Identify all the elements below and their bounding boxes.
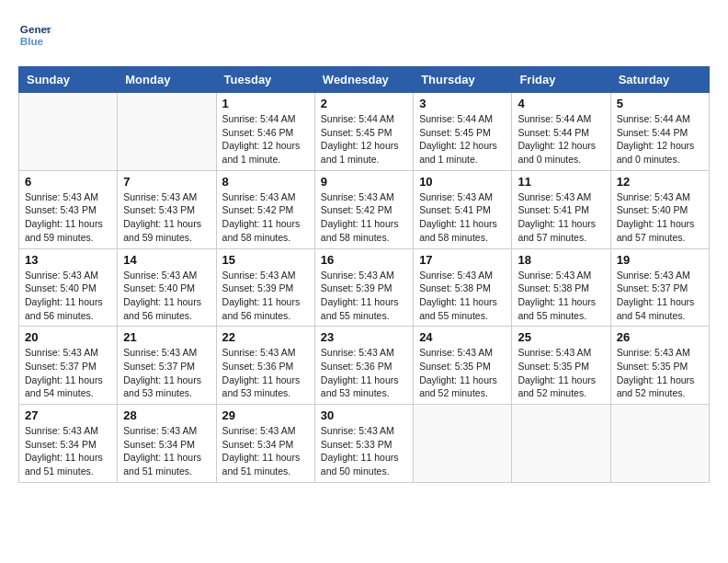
calendar-cell: 7Sunrise: 5:43 AM Sunset: 5:43 PM Daylig… [118, 170, 216, 248]
calendar-cell [414, 405, 512, 483]
day-info: Sunrise: 5:44 AM Sunset: 5:45 PM Dayligh… [321, 112, 407, 167]
calendar-cell: 17Sunrise: 5:43 AM Sunset: 5:38 PM Dayli… [414, 248, 512, 327]
day-info: Sunrise: 5:44 AM Sunset: 5:45 PM Dayligh… [419, 112, 506, 167]
day-info: Sunrise: 5:43 AM Sunset: 5:39 PM Dayligh… [222, 269, 309, 323]
day-info: Sunrise: 5:43 AM Sunset: 5:35 PM Dayligh… [617, 346, 703, 400]
day-info: Sunrise: 5:43 AM Sunset: 5:42 PM Dayligh… [222, 190, 309, 245]
calendar-cell: 8Sunrise: 5:43 AM Sunset: 5:42 PM Daylig… [216, 170, 314, 248]
weekday-header: Sunday [19, 67, 118, 93]
day-number: 24 [419, 330, 506, 344]
day-info: Sunrise: 5:43 AM Sunset: 5:35 PM Dayligh… [518, 346, 604, 400]
weekday-header: Monday [118, 67, 216, 93]
day-info: Sunrise: 5:43 AM Sunset: 5:39 PM Dayligh… [321, 269, 407, 323]
day-number: 14 [123, 253, 210, 267]
day-number: 23 [321, 330, 407, 344]
day-number: 16 [321, 253, 407, 267]
calendar-cell [19, 93, 118, 171]
weekday-header: Tuesday [216, 67, 314, 93]
calendar-cell: 19Sunrise: 5:43 AM Sunset: 5:37 PM Dayli… [610, 248, 709, 327]
day-info: Sunrise: 5:43 AM Sunset: 5:34 PM Dayligh… [25, 424, 111, 478]
weekday-header: Friday [512, 67, 610, 93]
calendar-cell: 28Sunrise: 5:43 AM Sunset: 5:34 PM Dayli… [118, 405, 216, 483]
day-info: Sunrise: 5:43 AM Sunset: 5:40 PM Dayligh… [617, 190, 703, 245]
header: General Blue [18, 18, 710, 52]
day-info: Sunrise: 5:43 AM Sunset: 5:43 PM Dayligh… [25, 190, 111, 245]
calendar-week-row: 27Sunrise: 5:43 AM Sunset: 5:34 PM Dayli… [19, 405, 710, 483]
day-number: 4 [518, 97, 604, 110]
logo-icon: General Blue [18, 18, 51, 52]
day-info: Sunrise: 5:43 AM Sunset: 5:41 PM Dayligh… [419, 190, 506, 245]
calendar-week-row: 13Sunrise: 5:43 AM Sunset: 5:40 PM Dayli… [19, 248, 710, 327]
day-info: Sunrise: 5:43 AM Sunset: 5:43 PM Dayligh… [123, 190, 210, 245]
calendar-cell: 15Sunrise: 5:43 AM Sunset: 5:39 PM Dayli… [216, 248, 314, 327]
day-number: 7 [123, 175, 210, 189]
day-number: 11 [518, 175, 604, 189]
calendar-cell: 3Sunrise: 5:44 AM Sunset: 5:45 PM Daylig… [414, 93, 512, 171]
calendar-cell: 29Sunrise: 5:43 AM Sunset: 5:34 PM Dayli… [216, 405, 314, 483]
calendar-cell: 13Sunrise: 5:43 AM Sunset: 5:40 PM Dayli… [19, 248, 118, 327]
day-number: 28 [123, 408, 210, 422]
day-number: 12 [617, 175, 703, 189]
day-info: Sunrise: 5:43 AM Sunset: 5:37 PM Dayligh… [25, 346, 111, 400]
calendar-cell: 23Sunrise: 5:43 AM Sunset: 5:36 PM Dayli… [314, 327, 413, 405]
calendar-cell: 24Sunrise: 5:43 AM Sunset: 5:35 PM Dayli… [414, 327, 512, 405]
calendar-week-row: 6Sunrise: 5:43 AM Sunset: 5:43 PM Daylig… [19, 170, 710, 248]
day-info: Sunrise: 5:43 AM Sunset: 5:33 PM Dayligh… [321, 424, 407, 478]
day-info: Sunrise: 5:43 AM Sunset: 5:36 PM Dayligh… [321, 346, 407, 400]
day-number: 22 [222, 330, 309, 344]
day-info: Sunrise: 5:43 AM Sunset: 5:38 PM Dayligh… [419, 269, 506, 323]
day-number: 15 [222, 253, 309, 267]
calendar-table: SundayMondayTuesdayWednesdayThursdayFrid… [18, 66, 710, 483]
day-info: Sunrise: 5:43 AM Sunset: 5:40 PM Dayligh… [25, 269, 111, 323]
day-number: 3 [419, 97, 506, 110]
calendar-cell: 6Sunrise: 5:43 AM Sunset: 5:43 PM Daylig… [19, 170, 118, 248]
day-info: Sunrise: 5:43 AM Sunset: 5:41 PM Dayligh… [518, 190, 604, 245]
day-info: Sunrise: 5:43 AM Sunset: 5:40 PM Dayligh… [123, 269, 210, 323]
day-info: Sunrise: 5:44 AM Sunset: 5:46 PM Dayligh… [222, 112, 309, 167]
logo: General Blue [18, 18, 57, 52]
calendar-cell: 25Sunrise: 5:43 AM Sunset: 5:35 PM Dayli… [512, 327, 610, 405]
day-number: 19 [617, 253, 703, 267]
calendar-cell: 10Sunrise: 5:43 AM Sunset: 5:41 PM Dayli… [414, 170, 512, 248]
day-info: Sunrise: 5:43 AM Sunset: 5:42 PM Dayligh… [321, 190, 407, 245]
calendar-cell: 12Sunrise: 5:43 AM Sunset: 5:40 PM Dayli… [610, 170, 709, 248]
day-info: Sunrise: 5:43 AM Sunset: 5:37 PM Dayligh… [123, 346, 210, 400]
day-info: Sunrise: 5:43 AM Sunset: 5:36 PM Dayligh… [222, 346, 309, 400]
calendar-cell: 14Sunrise: 5:43 AM Sunset: 5:40 PM Dayli… [118, 248, 216, 327]
weekday-header: Saturday [610, 67, 709, 93]
day-info: Sunrise: 5:43 AM Sunset: 5:34 PM Dayligh… [123, 424, 210, 478]
day-number: 18 [518, 253, 604, 267]
day-number: 1 [222, 97, 309, 110]
day-number: 21 [123, 330, 210, 344]
day-info: Sunrise: 5:43 AM Sunset: 5:35 PM Dayligh… [419, 346, 506, 400]
calendar-cell: 16Sunrise: 5:43 AM Sunset: 5:39 PM Dayli… [314, 248, 413, 327]
calendar-cell: 18Sunrise: 5:43 AM Sunset: 5:38 PM Dayli… [512, 248, 610, 327]
day-number: 9 [321, 175, 407, 189]
calendar-cell: 4Sunrise: 5:44 AM Sunset: 5:44 PM Daylig… [512, 93, 610, 171]
day-number: 26 [617, 330, 703, 344]
calendar-body: 1Sunrise: 5:44 AM Sunset: 5:46 PM Daylig… [19, 93, 710, 483]
calendar-cell: 2Sunrise: 5:44 AM Sunset: 5:45 PM Daylig… [314, 93, 413, 171]
calendar-cell: 30Sunrise: 5:43 AM Sunset: 5:33 PM Dayli… [314, 405, 413, 483]
day-number: 29 [222, 408, 309, 422]
calendar-header-row: SundayMondayTuesdayWednesdayThursdayFrid… [19, 67, 710, 93]
calendar-cell: 11Sunrise: 5:43 AM Sunset: 5:41 PM Dayli… [512, 170, 610, 248]
day-number: 5 [617, 97, 703, 110]
calendar-cell [512, 405, 610, 483]
weekday-header: Thursday [414, 67, 512, 93]
day-info: Sunrise: 5:44 AM Sunset: 5:44 PM Dayligh… [617, 112, 703, 167]
day-number: 13 [25, 253, 111, 267]
day-number: 8 [222, 175, 309, 189]
calendar-week-row: 1Sunrise: 5:44 AM Sunset: 5:46 PM Daylig… [19, 93, 710, 171]
calendar-cell [610, 405, 709, 483]
calendar-cell [118, 93, 216, 171]
day-number: 6 [25, 175, 111, 189]
weekday-header: Wednesday [314, 67, 413, 93]
day-info: Sunrise: 5:43 AM Sunset: 5:37 PM Dayligh… [617, 269, 703, 323]
calendar-cell: 20Sunrise: 5:43 AM Sunset: 5:37 PM Dayli… [19, 327, 118, 405]
svg-text:Blue: Blue [20, 35, 44, 47]
calendar-week-row: 20Sunrise: 5:43 AM Sunset: 5:37 PM Dayli… [19, 327, 710, 405]
calendar-cell: 27Sunrise: 5:43 AM Sunset: 5:34 PM Dayli… [19, 405, 118, 483]
day-number: 17 [419, 253, 506, 267]
calendar-cell: 9Sunrise: 5:43 AM Sunset: 5:42 PM Daylig… [314, 170, 413, 248]
